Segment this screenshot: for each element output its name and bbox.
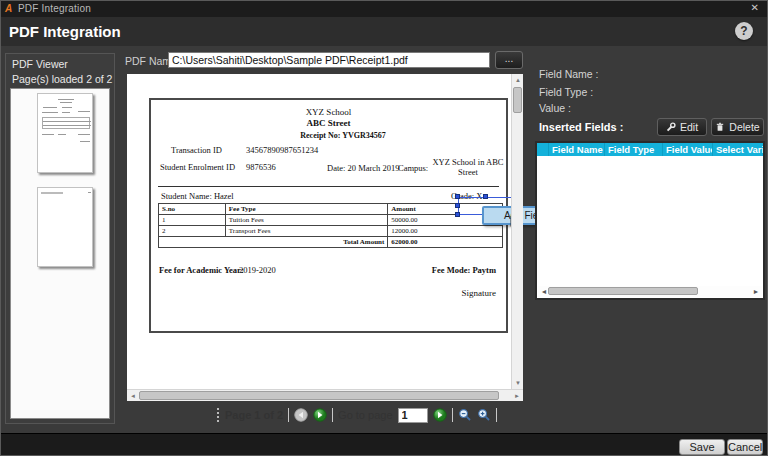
- wrench-icon: [666, 122, 676, 132]
- zoom-in-icon[interactable]: [477, 408, 491, 422]
- delete-button[interactable]: Delete: [711, 118, 764, 136]
- doc-campus-label: Campus:: [398, 163, 428, 173]
- thumbnail-list: [10, 88, 110, 419]
- save-button[interactable]: Save: [679, 439, 725, 455]
- fee-total-label: Total Amount: [159, 237, 388, 248]
- doc-school-name: XYZ School: [151, 107, 506, 117]
- inserted-fields-table: Field Name Field Type Field Value Select…: [535, 141, 765, 300]
- app-logo-icon: A: [5, 3, 12, 14]
- cancel-button[interactable]: Cancel: [727, 439, 763, 455]
- vertical-scrollbar[interactable]: ▲ ▼: [511, 74, 523, 389]
- doc-date: Date: 20 March 2019: [327, 163, 399, 173]
- fee-col-type: Fee Type: [225, 204, 387, 215]
- doc-enrolment-label: Student Enrolment ID: [160, 162, 235, 172]
- doc-receipt-no[interactable]: Receipt No: YVGR34567: [281, 131, 405, 140]
- scroll-right-icon[interactable]: ►: [511, 390, 523, 402]
- hscroll-thumb[interactable]: [139, 391, 499, 400]
- fee-total-value: 62000.00: [388, 237, 503, 248]
- scroll-left-icon[interactable]: ◄: [127, 390, 139, 402]
- doc-campus-value: XYZ School in ABCStreet: [432, 157, 504, 177]
- page-thumbnail-1[interactable]: [37, 93, 93, 173]
- pdf-viewer-canvas: XYZ School ABC Street Receipt No: YVGR34…: [127, 74, 523, 401]
- pager-toolbar: Page 1 of 2 Go to page: [217, 405, 497, 425]
- page-thumbnail-2[interactable]: [37, 187, 93, 267]
- inserted-fields-header: Field Name Field Type Field Value Select…: [537, 143, 763, 156]
- close-icon[interactable]: ✕: [751, 2, 759, 13]
- value-label: Value :: [539, 102, 571, 114]
- doc-transaction-id-label: Transaction ID: [171, 145, 222, 155]
- fee-col-sno: S.no: [159, 204, 226, 215]
- trash-icon: [715, 122, 725, 132]
- goto-page-button[interactable]: [433, 408, 447, 422]
- help-icon[interactable]: ?: [735, 22, 753, 40]
- pdf-viewer-sidebar: PDF Viewer Page(s) loaded 2 of 2: [5, 53, 115, 424]
- doc-enrolment-value: 9876536: [246, 162, 276, 172]
- page-count-label: Page 1 of 2: [225, 409, 283, 421]
- doc-fee-mode: Fee Mode: Paytm: [432, 265, 496, 275]
- pages-loaded-label: Page(s) loaded 2 of 2: [12, 73, 112, 85]
- doc-academic-year-label: Fee for Academic Year:: [159, 265, 244, 275]
- fee-total-row: Total Amount 62000.00: [159, 237, 503, 248]
- doc-academic-year-value: 2019-2020: [239, 265, 276, 275]
- previous-page-button[interactable]: [294, 408, 308, 422]
- sidebar-title: PDF Viewer: [12, 58, 68, 70]
- col-select-variable: Select Varia: [713, 143, 765, 156]
- fee-row: 2 Transport Fees 12000.00: [159, 226, 503, 237]
- selection-handle[interactable]: [455, 203, 460, 208]
- scroll-right-icon[interactable]: ►: [750, 286, 762, 298]
- col-field-type: Field Type: [605, 143, 663, 156]
- page-title: PDF Integration: [9, 23, 121, 40]
- fields-scroll-thumb[interactable]: [548, 287, 698, 295]
- toolbar-grip: [217, 408, 220, 422]
- selection-handle[interactable]: [455, 194, 460, 199]
- selection-handle[interactable]: [455, 212, 460, 217]
- fee-row: 1 Tuition Fees 50000.00: [159, 215, 503, 226]
- fields-table-scrollbar[interactable]: ◄ ►: [538, 286, 762, 297]
- next-page-button[interactable]: [313, 408, 327, 422]
- window-title: PDF Integration: [18, 3, 91, 14]
- scroll-down-icon[interactable]: ▼: [512, 377, 524, 389]
- titlebar: A PDF Integration ✕: [1, 1, 767, 17]
- field-name-label: Field Name :: [539, 68, 599, 80]
- inserted-fields-label: Inserted Fields :: [539, 121, 623, 133]
- col-field-name: Field Name: [549, 143, 605, 156]
- footer-bar: Save Cancel: [1, 433, 767, 456]
- pdf-integration-window: A PDF Integration ✕ PDF Integration ? PD…: [0, 0, 768, 456]
- horizontal-scrollbar[interactable]: ◄ ►: [127, 389, 523, 401]
- scroll-up-icon[interactable]: ▲: [512, 74, 524, 86]
- col-select: [537, 143, 549, 156]
- vscroll-thumb[interactable]: [513, 87, 522, 113]
- zoom-out-icon[interactable]: [458, 408, 472, 422]
- goto-page-label: Go to page: [338, 409, 392, 421]
- doc-student-name: Student Name: Hazel: [161, 191, 234, 201]
- pdf-name-input[interactable]: [168, 52, 490, 68]
- edit-button[interactable]: Edit: [657, 118, 707, 136]
- col-field-value: Field Value: [663, 143, 713, 156]
- doc-fee-table: S.no Fee Type Amount 1 Tuition Fees 5000…: [158, 203, 503, 248]
- selection-handle[interactable]: [483, 194, 488, 199]
- goto-page-input[interactable]: [398, 408, 428, 423]
- browse-button[interactable]: ...: [495, 51, 523, 69]
- doc-transaction-id-value: 34567890987651234: [246, 145, 318, 155]
- doc-divider: [158, 186, 499, 187]
- field-type-label: Field Type :: [539, 86, 593, 98]
- doc-signature: Signature: [462, 288, 497, 298]
- header: PDF Integration: [1, 17, 767, 46]
- doc-street: ABC Street: [151, 118, 506, 128]
